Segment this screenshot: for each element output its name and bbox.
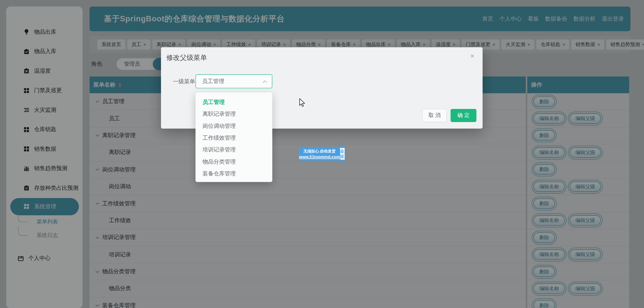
parent-menu-field-label: 一级菜单 xyxy=(173,78,195,85)
watermark-url[interactable]: www.51topmind.com xyxy=(299,155,340,159)
dropdown-option-工作绩效管理[interactable]: 工作绩效管理 xyxy=(195,132,272,144)
dropdown-option-岗位调动管理[interactable]: 岗位调动管理 xyxy=(195,120,272,132)
dropdown-option-物品出库管理[interactable]: 物品出库管理 xyxy=(195,179,272,182)
dropdown-option-培训记录管理[interactable]: 培训记录管理 xyxy=(195,144,272,156)
watermark-text: 无须担心.自动发货 www.51topmind.com xyxy=(299,147,340,161)
parent-menu-select-value: 员工管理 xyxy=(202,78,224,85)
confirm-button[interactable]: 确 定 xyxy=(451,109,476,122)
dropdown-option-离职记录管理[interactable]: 离职记录管理 xyxy=(195,108,272,120)
parent-menu-dropdown: 员工管理离职记录管理岗位调动管理工作绩效管理培训记录管理物品分类管理装备仓库管理… xyxy=(195,92,272,182)
mouse-cursor xyxy=(299,98,305,109)
app-root: 物品出库物品入库温湿度门禁及巡更火灾监测仓库钥匙销售数据销售趋势预测存放种类占比… xyxy=(0,0,644,308)
watermark-ad: 无须担心.自动发货 www.51topmind.com 毕业 设计 xyxy=(299,147,345,161)
chevron-up-icon xyxy=(262,80,267,83)
close-icon[interactable]: × xyxy=(470,52,474,60)
dropdown-option-物品分类管理[interactable]: 物品分类管理 xyxy=(195,156,272,168)
dropdown-option-装备仓库管理[interactable]: 装备仓库管理 xyxy=(195,168,272,179)
parent-menu-select[interactable]: 员工管理 xyxy=(195,74,272,89)
dropdown-option-员工管理[interactable]: 员工管理 xyxy=(195,96,272,108)
dialog-title: 修改父级菜单 xyxy=(166,53,207,62)
cancel-button[interactable]: 取 消 xyxy=(422,109,447,122)
watermark-line1: 无须担心.自动发货 xyxy=(303,149,336,154)
watermark-badge: 毕业 设计 xyxy=(340,148,345,160)
